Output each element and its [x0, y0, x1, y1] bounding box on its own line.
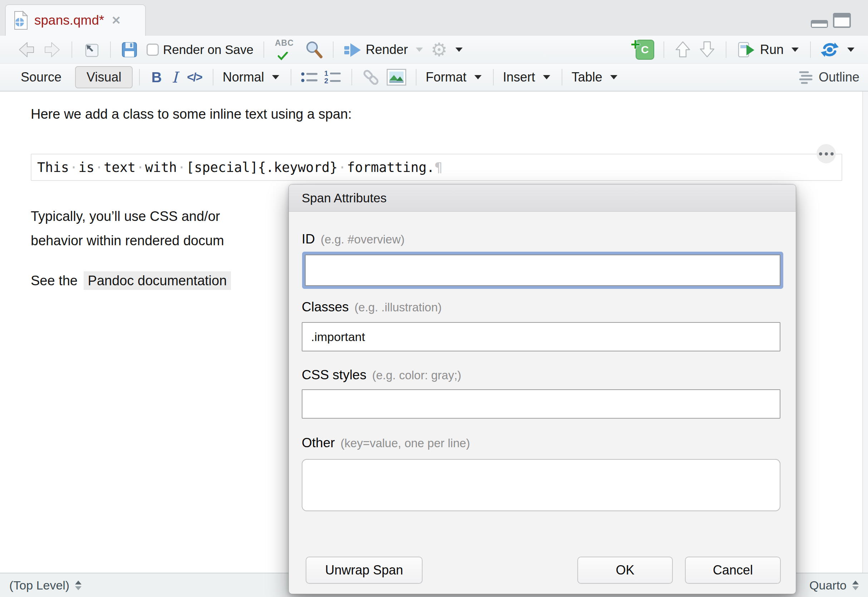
toolbar-separator — [110, 42, 111, 58]
css-styles-input[interactable] — [302, 389, 780, 419]
render-options-button[interactable]: ⚙ — [431, 40, 448, 59]
dialog-title[interactable]: Span Attributes — [289, 184, 796, 212]
ok-button[interactable]: OK — [577, 557, 673, 584]
whitespace-dot: · — [337, 160, 347, 175]
paragraph-style-dropdown[interactable]: Normal — [223, 70, 264, 85]
table-menu-caret[interactable] — [610, 75, 617, 79]
down-arrow-icon — [698, 40, 717, 60]
spellcheck-button[interactable]: ABC — [273, 39, 298, 61]
run-button[interactable]: Run — [736, 40, 783, 59]
format-menu[interactable]: Format — [426, 70, 466, 85]
toolbar-separator — [562, 69, 562, 85]
toolbar-separator — [291, 69, 291, 85]
toolbar-separator — [493, 69, 494, 85]
code-word: This — [37, 160, 69, 175]
id-input[interactable] — [305, 254, 780, 286]
render-button-label: Render — [366, 42, 408, 57]
render-on-save-checkbox[interactable] — [147, 44, 159, 56]
insert-menu-label: Insert — [503, 70, 535, 85]
maximize-pane-icon[interactable] — [833, 13, 851, 28]
paragraph-2-line-1: Typically, you’ll use CSS and/or — [31, 209, 220, 224]
format-menu-caret[interactable] — [475, 75, 482, 79]
tab-close-icon[interactable]: ✕ — [111, 13, 121, 27]
paragraph-style-caret[interactable] — [272, 75, 279, 79]
svg-text:1: 1 — [324, 70, 328, 77]
table-menu[interactable]: Table — [572, 70, 602, 85]
back-arrow-icon — [16, 40, 37, 59]
insert-menu[interactable]: Insert — [503, 70, 535, 85]
numbered-list-button[interactable]: 1 2 — [324, 70, 342, 85]
classes-field-label: Classes (e.g. .illustration) — [302, 300, 442, 315]
status-right-group: Quarto — [809, 578, 859, 593]
scope-selector-label[interactable]: (Top Level) — [9, 578, 69, 593]
cancel-button[interactable]: Cancel — [685, 557, 781, 584]
stepper-down-icon — [75, 586, 82, 590]
italic-button[interactable]: I — [172, 68, 178, 86]
other-field-label: Other (key=value, one per line) — [302, 435, 470, 450]
render-options-caret[interactable] — [456, 48, 463, 52]
render-icon — [343, 40, 361, 59]
toolbar-separator — [416, 69, 417, 85]
insert-menu-caret[interactable] — [543, 75, 550, 79]
outline-label: Outline — [819, 70, 859, 85]
forward-button[interactable] — [42, 40, 62, 59]
search-icon — [304, 40, 323, 59]
save-button[interactable] — [120, 40, 139, 59]
other-textarea[interactable] — [302, 459, 780, 511]
scope-stepper-icon[interactable] — [75, 581, 82, 590]
go-to-next-section-button[interactable] — [698, 40, 717, 60]
stepper-up-icon — [852, 581, 859, 585]
back-button[interactable] — [16, 40, 37, 59]
whitespace-dot: · — [177, 160, 186, 175]
classes-input[interactable] — [302, 322, 780, 351]
forward-arrow-icon — [42, 40, 62, 59]
render-dropdown-caret[interactable] — [416, 48, 423, 52]
insert-chunk-button[interactable]: + C — [632, 40, 654, 60]
code-button[interactable]: </> — [187, 70, 202, 84]
visual-mode-button[interactable]: Visual — [75, 66, 133, 88]
document-format-label[interactable]: Quarto — [809, 578, 847, 593]
format-menu-label: Format — [426, 70, 466, 85]
insert-image-button[interactable] — [386, 68, 407, 86]
image-icon — [386, 68, 407, 86]
toolbar-separator — [333, 42, 334, 58]
open-in-new-window-button[interactable] — [82, 40, 101, 59]
spellcheck-check-icon — [278, 52, 288, 61]
css-styles-field-label: CSS styles (e.g. color: gray;) — [302, 367, 461, 383]
run-button-label: Run — [760, 42, 783, 57]
unwrap-span-button[interactable]: Unwrap Span — [306, 557, 423, 584]
render-button[interactable]: Render — [343, 40, 408, 59]
source-mode-button[interactable]: Source — [13, 67, 69, 88]
bullet-list-icon — [301, 70, 319, 84]
find-replace-button[interactable] — [304, 40, 323, 59]
chunk-icon: + C — [636, 40, 654, 60]
tab-spans-qmd[interactable]: spans.qmd* ✕ — [5, 4, 146, 36]
bold-button[interactable]: B — [151, 69, 162, 85]
paragraph-style-label: Normal — [223, 70, 264, 85]
tab-title: spans.qmd* — [34, 13, 104, 28]
source-tools-caret[interactable] — [847, 48, 855, 52]
bullet-list-button[interactable] — [301, 70, 319, 84]
toolbar-separator — [726, 42, 726, 58]
block-options-button[interactable] — [816, 144, 836, 163]
outline-button[interactable]: Outline — [796, 70, 859, 85]
svg-text:2: 2 — [324, 77, 328, 85]
minimize-pane-icon[interactable] — [811, 20, 828, 28]
render-on-save-label: Render on Save — [163, 43, 254, 57]
run-dropdown-caret[interactable] — [791, 48, 799, 52]
span-code-line[interactable]: This·is·text·with·[special]{.keyword}·fo… — [31, 154, 842, 181]
paragraph-1: Here we add a class to some inline text … — [31, 107, 352, 122]
main-toolbar: Render on Save ABC Render ⚙ — [0, 36, 868, 64]
ellipsis-dot — [831, 152, 834, 156]
source-tools-button[interactable] — [820, 40, 840, 59]
quarto-file-icon — [13, 11, 28, 30]
toolbar-separator — [71, 42, 72, 58]
toolbar-separator — [139, 69, 140, 85]
chunk-plus-icon: + — [631, 36, 640, 52]
format-stepper-icon[interactable] — [852, 581, 859, 590]
outline-icon — [796, 70, 814, 85]
numbered-list-icon: 1 2 — [324, 70, 342, 85]
stepper-up-icon — [75, 581, 82, 585]
insert-link-button[interactable] — [361, 68, 381, 87]
go-to-previous-section-button[interactable] — [674, 40, 692, 60]
